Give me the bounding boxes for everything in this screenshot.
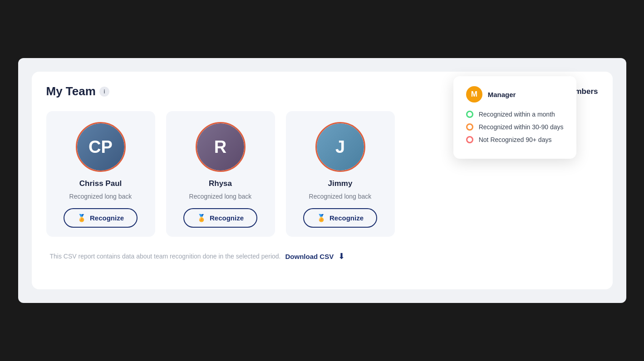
- page-title: My Team: [46, 84, 96, 98]
- member-status-2: Recognized long back: [189, 193, 252, 200]
- award-icon-2: 🏅: [197, 214, 206, 222]
- avatar-wrapper-1: CP: [76, 122, 126, 172]
- member-card-2: R Rhysa Recognized long back 🏅 Recognize: [166, 111, 275, 237]
- avatar-wrapper-3: J: [315, 122, 365, 172]
- member-name-3: Jimmy: [328, 179, 353, 188]
- member-name-1: Chriss Paul: [79, 179, 122, 188]
- legend-dot-red: [466, 136, 473, 143]
- manager-row: M Manager: [466, 86, 564, 102]
- recognize-button-2[interactable]: 🏅 Recognize: [183, 208, 257, 228]
- recognize-button-3[interactable]: 🏅 Recognize: [303, 208, 377, 228]
- csv-footer: This CSV report contains data about team…: [46, 251, 598, 261]
- recognize-label-2: Recognize: [210, 214, 244, 222]
- avatar-1: CP: [77, 123, 124, 171]
- member-status-1: Recognized long back: [69, 193, 132, 200]
- manager-label: Manager: [488, 91, 516, 98]
- recognize-label-3: Recognize: [329, 214, 364, 222]
- legend-dot-green: [466, 111, 473, 118]
- member-card-3: J Jimmy Recognized long back 🏅 Recognize: [286, 111, 395, 237]
- tooltip-popup: M Manager Recognized within a month Reco…: [453, 76, 576, 159]
- legend-label-green: Recognized within a month: [479, 111, 555, 118]
- award-icon-1: 🏅: [77, 214, 86, 222]
- info-icon[interactable]: i: [99, 87, 109, 97]
- legend-item-green: Recognized within a month: [466, 111, 564, 118]
- avatar-2: R: [197, 123, 244, 171]
- download-icon[interactable]: ⬇: [338, 251, 345, 261]
- recognize-label-1: Recognize: [90, 214, 124, 222]
- main-card: M Manager Recognized within a month Reco…: [32, 72, 613, 289]
- member-card-1: CP Chriss Paul Recognized long back 🏅 Re…: [46, 111, 155, 237]
- member-status-3: Recognized long back: [309, 193, 372, 200]
- csv-description: This CSV report contains data about team…: [50, 253, 281, 260]
- legend-item-orange: Recognized within 30-90 days: [466, 123, 564, 131]
- member-name-2: Rhysa: [209, 179, 232, 188]
- legend-item-red: Not Recognized 90+ days: [466, 136, 564, 143]
- outer-background: M Manager Recognized within a month Reco…: [18, 58, 626, 303]
- avatar-3: J: [317, 123, 364, 171]
- legend-dot-orange: [466, 123, 473, 131]
- card-title-area: My Team i: [46, 84, 109, 98]
- recognize-button-1[interactable]: 🏅 Recognize: [64, 208, 138, 228]
- award-icon-3: 🏅: [317, 214, 326, 222]
- legend-label-orange: Recognized within 30-90 days: [479, 123, 564, 131]
- manager-avatar: M: [466, 86, 482, 102]
- avatar-wrapper-2: R: [196, 122, 246, 172]
- download-csv-link[interactable]: Download CSV: [285, 253, 334, 260]
- legend-label-red: Not Recognized 90+ days: [479, 136, 552, 143]
